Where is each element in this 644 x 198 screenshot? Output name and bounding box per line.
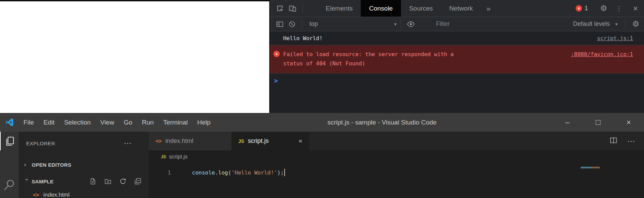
console-filter-input[interactable] [436, 20, 504, 28]
collapse-all-icon[interactable] [134, 178, 141, 185]
file-item-index-html[interactable]: <> index.html [19, 188, 149, 198]
devtools-tabbar: Elements Console Sources Network » × 1 ⚙… [270, 0, 644, 17]
folder-label: SAMPLE [32, 179, 53, 184]
log-source-link[interactable]: script.js:1 [597, 35, 633, 42]
error-line-2: status of 404 (Not Found) [283, 59, 571, 68]
close-window-button[interactable]: × [613, 113, 644, 132]
vscode-main: EXPLORER … › OPEN EDITORS › SAMPLE [0, 132, 644, 198]
device-toolbar-icon[interactable] [289, 4, 296, 12]
new-folder-icon[interactable] [104, 178, 111, 185]
tab-elements[interactable]: Elements [318, 0, 361, 17]
tab-label: script.js [248, 137, 269, 145]
divider [625, 19, 625, 29]
code-line-1[interactable]: 1 console.log('Hello World!'); [149, 167, 644, 178]
devtools-tabs: Elements Console Sources Network » [318, 0, 490, 17]
log-levels-label: Default levels [573, 20, 610, 28]
javascript-context-dropdown[interactable]: top ▼ [309, 20, 397, 28]
minimize-button[interactable]: – [552, 113, 583, 132]
open-editors-section[interactable]: › OPEN EDITORS [19, 158, 149, 171]
html-file-icon: <> [156, 138, 162, 144]
editor-actions: … [610, 136, 644, 146]
vscode-window: File Edit Selection View Go Run Terminal… [0, 113, 644, 198]
split-editor-icon[interactable] [610, 136, 617, 146]
breadcrumb[interactable]: JS script.js [149, 150, 644, 163]
search-activity-icon[interactable] [0, 176, 19, 195]
explorer-actions [90, 178, 149, 185]
code-token: 'Hello World!' [231, 169, 277, 176]
screenshot-root: Elements Console Sources Network » × 1 ⚙… [0, 0, 644, 198]
browser-window-edge [0, 0, 269, 1]
window-title: script.js - sample - Visual Studio Code [327, 113, 437, 132]
menu-help[interactable]: Help [192, 119, 215, 126]
console-log-row: Hello World! script.js:1 [270, 31, 644, 45]
live-expression-eye-icon[interactable] [407, 21, 415, 28]
text-cursor [284, 169, 285, 176]
error-source-link[interactable]: :8080/favicon.ico:1 [571, 50, 633, 59]
error-count: 1 [584, 5, 588, 12]
file-item-label: index.html [43, 192, 69, 198]
editor-tab-index-html[interactable]: <> index.html [149, 132, 231, 150]
js-file-icon: JS [238, 138, 244, 144]
more-tabs-icon[interactable]: » [486, 4, 490, 13]
explorer-activity-icon[interactable] [0, 132, 19, 150]
menu-run[interactable]: Run [137, 119, 159, 126]
context-label: top [309, 20, 318, 28]
refresh-icon[interactable] [119, 178, 126, 185]
devtools-tabbar-right: × 1 ⚙ … × [576, 4, 638, 13]
window-controls: – × [552, 113, 644, 132]
tab-console[interactable]: Console [361, 0, 401, 17]
devtools-settings-icon[interactable]: ⚙ [600, 4, 607, 13]
tab-network[interactable]: Network [441, 0, 481, 17]
code-token: ( [228, 169, 231, 176]
sidebar-title: EXPLORER [26, 141, 55, 146]
code-editor[interactable]: 1 console.log('Hello World!'); [149, 163, 644, 198]
console-toolbar: top ▼ Default levels ▼ ⚙ [270, 17, 644, 31]
browser-viewport [0, 0, 269, 113]
explorer-sidebar: EXPLORER … › OPEN EDITORS › SAMPLE [19, 132, 149, 198]
code-token: console [192, 169, 215, 176]
menu-go[interactable]: Go [119, 119, 137, 126]
divider [302, 4, 303, 13]
code-text: console.log('Hello World!'); [192, 169, 285, 176]
tab-label: index.html [165, 137, 193, 145]
maximize-button[interactable] [583, 113, 613, 132]
console-settings-icon[interactable]: ⚙ [632, 19, 639, 29]
chevron-down-icon: ▼ [393, 22, 397, 26]
code-token: ); [277, 169, 284, 176]
menu-edit[interactable]: Edit [39, 119, 60, 126]
sidebar-header: EXPLORER … [19, 137, 149, 149]
chevron-right-icon: › [24, 161, 32, 168]
chevron-down-icon: › [23, 179, 30, 184]
tab-sources[interactable]: Sources [401, 0, 441, 17]
code-token: log [218, 169, 228, 176]
tab-close-icon[interactable]: × [299, 137, 302, 145]
divider [302, 19, 302, 29]
editor-more-actions-icon[interactable]: … [627, 134, 635, 144]
open-editors-label: OPEN EDITORS [32, 162, 71, 168]
folder-section-sample[interactable]: › SAMPLE [19, 175, 149, 188]
console-error-row: × Failed to load resource: the server re… [270, 45, 644, 73]
minimap-code-line [581, 167, 600, 168]
menu-selection[interactable]: Selection [59, 119, 95, 126]
log-levels-dropdown[interactable]: Default levels ▼ [573, 20, 618, 28]
clear-console-icon[interactable] [288, 20, 296, 28]
chevron-down-icon: ▼ [614, 22, 618, 26]
maximize-icon [596, 120, 600, 125]
editor-tab-script-js[interactable]: JS script.js × [231, 132, 309, 150]
menu-terminal[interactable]: Terminal [159, 119, 193, 126]
menu-view[interactable]: View [96, 119, 119, 126]
console-prompt[interactable]: > [270, 73, 644, 84]
devtools-menu-icon[interactable]: … [616, 5, 624, 12]
new-file-icon[interactable] [90, 178, 96, 185]
error-count-badge[interactable]: × [576, 5, 582, 12]
code-token: . [215, 169, 218, 176]
editor-tabbar: <> index.html JS script.js × [149, 132, 644, 150]
editor-group: <> index.html JS script.js × [149, 132, 644, 198]
console-sidebar-icon[interactable] [276, 20, 284, 28]
inspect-element-icon[interactable] [276, 4, 284, 12]
sidebar-more-actions-icon[interactable]: … [124, 136, 132, 146]
devtools-close-icon[interactable]: × [633, 4, 638, 13]
vscode-logo-icon [5, 118, 14, 127]
vscode-titlebar: File Edit Selection View Go Run Terminal… [0, 113, 644, 132]
menu-file[interactable]: File [19, 119, 39, 126]
